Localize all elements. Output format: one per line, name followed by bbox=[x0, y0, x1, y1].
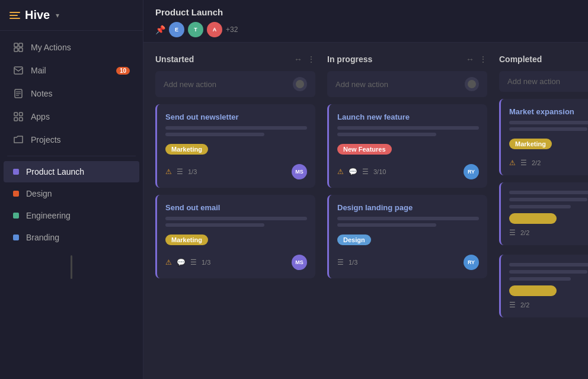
avatar-ms: MS bbox=[292, 255, 307, 270]
sidebar: Hive ▾ My Actions Mai bbox=[0, 0, 143, 379]
page-title: Product Launch bbox=[155, 7, 576, 17]
title-dropdown-icon[interactable]: ▾ bbox=[56, 11, 59, 20]
card-line bbox=[509, 270, 587, 274]
sidebar-item-engineering[interactable]: Engineering bbox=[4, 205, 139, 226]
product-launch-dot bbox=[13, 169, 19, 175]
my-actions-label: My Actions bbox=[31, 43, 130, 52]
add-action-unstarted[interactable]: Add new action bbox=[155, 71, 315, 97]
card-line bbox=[165, 133, 264, 136]
svg-rect-12 bbox=[20, 118, 23, 121]
avatar-ry: RY bbox=[464, 164, 479, 179]
warning-icon: ⚠ bbox=[165, 168, 172, 176]
scrollbar-thumb bbox=[71, 255, 72, 279]
hamburger-icon[interactable] bbox=[9, 12, 20, 19]
column-resize-icon[interactable]: ↔ bbox=[466, 54, 474, 64]
sidebar-item-projects[interactable]: Projects bbox=[4, 129, 139, 151]
card-email-tag: Marketing bbox=[165, 235, 208, 245]
apps-icon bbox=[13, 111, 24, 122]
svg-rect-1 bbox=[19, 43, 23, 47]
avatar-e: E bbox=[169, 22, 184, 37]
more-avatars-label: +32 bbox=[226, 25, 238, 34]
main-content: Product Launch 📌 E T A +32 Unstarted ↔ ⋮… bbox=[143, 0, 588, 379]
card-newsletter-title: Send out newsletter bbox=[165, 113, 307, 121]
sidebar-item-product-launch[interactable]: Product Launch bbox=[4, 161, 139, 182]
warning-icon: ⚠ bbox=[165, 258, 172, 266]
card-landing-page-title: Design landing page bbox=[337, 203, 479, 212]
task-count: 2/2 bbox=[520, 229, 529, 236]
card-line bbox=[509, 127, 587, 131]
task-count-3: 2/2 bbox=[520, 301, 529, 309]
card-line bbox=[165, 223, 264, 227]
sidebar-item-my-actions[interactable]: My Actions bbox=[4, 36, 139, 59]
engineering-dot bbox=[13, 213, 19, 219]
add-action-unstarted-label: Add new action bbox=[164, 80, 216, 89]
add-action-in-progress[interactable]: Add new action bbox=[327, 71, 487, 97]
task-list-icon: ☰ bbox=[509, 229, 516, 237]
column-resize-icon[interactable]: ↔ bbox=[294, 54, 302, 64]
mail-badge: 10 bbox=[116, 67, 130, 75]
card-email-title: Send out email bbox=[165, 203, 307, 212]
card-landing-page[interactable]: Design landing page Design ☰ 1/3 RY bbox=[327, 195, 487, 278]
card-line bbox=[337, 126, 479, 130]
main-header: Product Launch 📌 E T A +32 bbox=[143, 0, 588, 43]
app-title: Hive bbox=[25, 8, 50, 22]
yellow-tag-bar-2 bbox=[509, 285, 557, 296]
svg-rect-3 bbox=[19, 48, 23, 52]
sidebar-item-mail[interactable]: Mail 10 bbox=[4, 59, 139, 82]
my-actions-icon bbox=[13, 42, 24, 53]
pin-icon: 📌 bbox=[155, 25, 165, 34]
warning-icon: ⚠ bbox=[509, 159, 516, 167]
column-menu-icon[interactable]: ⋮ bbox=[479, 54, 487, 64]
svg-rect-10 bbox=[20, 113, 23, 116]
card-line bbox=[165, 126, 307, 130]
card-line bbox=[509, 277, 571, 281]
branding-dot bbox=[13, 235, 19, 240]
card-newsletter[interactable]: Send out newsletter Marketing ⚠ ☰ 1/3 MS bbox=[155, 104, 315, 188]
column-menu-icon[interactable]: ⋮ bbox=[307, 54, 315, 64]
card-line bbox=[509, 191, 588, 194]
card-market-expansion-footer: ⚠ ☰ 2/2 bbox=[509, 159, 588, 167]
column-completed-title: Completed bbox=[499, 54, 588, 64]
mail-icon bbox=[13, 65, 24, 76]
task-count: 2/2 bbox=[532, 159, 541, 166]
sidebar-item-notes[interactable]: Notes bbox=[4, 82, 139, 105]
sidebar-nav: My Actions Mail 10 N bbox=[0, 31, 143, 379]
card-completed-2[interactable]: ☰ 2/2 bbox=[499, 182, 588, 245]
add-action-completed[interactable]: Add new action bbox=[499, 71, 588, 92]
column-unstarted-title: Unstarted bbox=[155, 54, 289, 64]
sidebar-item-apps[interactable]: Apps bbox=[4, 105, 139, 128]
card-email-footer: ⚠ 💬 ☰ 1/3 MS bbox=[165, 255, 307, 270]
avatar-ry: RY bbox=[464, 255, 479, 270]
column-unstarted-header: Unstarted ↔ ⋮ bbox=[155, 54, 315, 64]
sidebar-item-design[interactable]: Design bbox=[4, 183, 139, 204]
column-completed-header: Completed bbox=[499, 54, 588, 64]
task-count: 1/3 bbox=[349, 259, 357, 266]
card-landing-page-footer: ☰ 1/3 RY bbox=[337, 255, 479, 270]
design-label: Design bbox=[26, 189, 130, 198]
avatar-ms: MS bbox=[292, 164, 307, 179]
column-in-progress-header: In progress ↔ ⋮ bbox=[327, 54, 487, 64]
card-completed-3[interactable]: ☰ 2/2 bbox=[499, 255, 588, 317]
card-line bbox=[509, 121, 588, 124]
card-line bbox=[337, 217, 479, 220]
svg-rect-9 bbox=[14, 113, 18, 116]
task-count: 3/10 bbox=[373, 168, 386, 175]
card-line bbox=[509, 205, 571, 208]
avatar-t: T bbox=[188, 22, 203, 37]
card-launch-feature[interactable]: Launch new feature New Features ⚠ 💬 ☰ 3/… bbox=[327, 104, 487, 188]
card-email[interactable]: Send out email Marketing ⚠ 💬 ☰ 1/3 MS bbox=[155, 195, 315, 278]
branding-label: Branding bbox=[26, 233, 130, 242]
svg-rect-2 bbox=[14, 48, 18, 52]
add-avatar-unstarted bbox=[293, 77, 307, 91]
sidebar-item-branding[interactable]: Branding bbox=[4, 227, 139, 248]
card-market-expansion[interactable]: Market expansion Marketing ⚠ ☰ 2/2 bbox=[499, 99, 588, 175]
avatar-a: A bbox=[207, 22, 222, 37]
warning-icon: ⚠ bbox=[337, 168, 344, 176]
svg-rect-11 bbox=[14, 118, 18, 121]
header-avatars: 📌 E T A +32 bbox=[155, 22, 576, 37]
projects-icon bbox=[13, 134, 24, 145]
add-avatar-in-progress bbox=[465, 77, 479, 91]
task-list-icon: ☰ bbox=[520, 159, 527, 167]
engineering-label: Engineering bbox=[26, 211, 130, 220]
mail-label: Mail bbox=[31, 66, 109, 75]
